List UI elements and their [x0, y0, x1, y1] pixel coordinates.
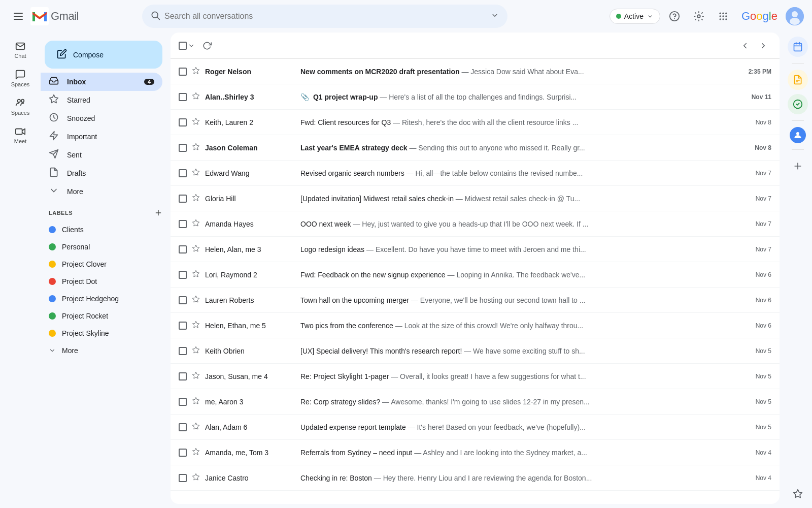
nav-mail-icon[interactable]: Chat	[14, 37, 26, 63]
calendar-button[interactable]	[788, 37, 808, 57]
email-star-icon[interactable]	[191, 244, 201, 255]
email-sender: Edward Wang	[205, 169, 296, 177]
apps-button[interactable]	[713, 6, 733, 26]
email-star-icon[interactable]	[191, 422, 201, 432]
table-row[interactable]: Jason, Susan, me 4 Re: Project Skylight …	[171, 364, 780, 389]
email-checkbox[interactable]	[179, 296, 187, 304]
email-star-icon[interactable]	[191, 448, 201, 458]
search-dropdown-icon[interactable]	[490, 11, 499, 22]
select-all-checkbox[interactable]	[179, 42, 195, 50]
drafts-label: Drafts	[67, 169, 154, 177]
sidebar-label-project-dot[interactable]: Project Dot	[41, 273, 162, 290]
email-star-icon[interactable]	[191, 194, 201, 204]
email-checkbox[interactable]	[179, 474, 187, 482]
user-avatar[interactable]	[786, 7, 804, 25]
menu-button[interactable]	[8, 6, 28, 26]
email-checkbox[interactable]	[179, 195, 187, 203]
table-row[interactable]: Gloria Hill [Updated invitation] Midwest…	[171, 186, 780, 211]
compose-button[interactable]: Compose	[45, 41, 162, 69]
select-dropdown-arrow[interactable]	[188, 42, 195, 49]
email-checkbox[interactable]	[179, 449, 187, 457]
email-checkbox[interactable]	[179, 347, 187, 355]
email-subject-snippet: Revised organic search numbers — Hi, all…	[300, 169, 737, 177]
table-row[interactable]: Amanda, me, Tom 3 Referrals from Sydney …	[171, 440, 780, 465]
sidebar-item-snoozed[interactable]: Snoozed	[41, 109, 162, 128]
add-label-icon[interactable]	[154, 209, 162, 217]
sidebar-label-project-hedgehog[interactable]: Project Hedgehog	[41, 290, 162, 307]
table-row[interactable]: Lauren Roberts Town hall on the upcoming…	[171, 288, 780, 313]
sidebar-item-important[interactable]: Important	[41, 128, 162, 146]
email-subject: Q1 project wrap-up	[313, 93, 378, 101]
sidebar-label-project-rocket[interactable]: Project Rocket	[41, 307, 162, 325]
table-row[interactable]: Helen, Alan, me 3 Logo redesign ideas — …	[171, 237, 780, 262]
sidebar-label-clients[interactable]: Clients	[41, 221, 162, 238]
sidebar-label-personal[interactable]: Personal	[41, 238, 162, 256]
help-button[interactable]	[664, 6, 685, 26]
email-checkbox[interactable]	[179, 322, 187, 330]
table-row[interactable]: Lori, Raymond 2 Fwd: Feedback on the new…	[171, 262, 780, 288]
table-row[interactable]: Roger Nelson New comments on MCR2020 dra…	[171, 59, 780, 84]
email-checkbox[interactable]	[179, 271, 187, 279]
email-star-icon[interactable]	[191, 92, 201, 102]
table-row[interactable]: me, Aaron 3 Re: Corp strategy slides? — …	[171, 389, 780, 415]
email-star-icon[interactable]	[191, 295, 201, 305]
email-star-icon[interactable]	[191, 270, 201, 280]
email-star-icon[interactable]	[191, 117, 201, 128]
sidebar-label-project-clover[interactable]: Project Clover	[41, 256, 162, 273]
sidebar-item-more[interactable]: More	[41, 182, 162, 201]
nav-meet-icon[interactable]: Meet	[14, 122, 26, 148]
sidebar-label-more-labels[interactable]: More	[41, 342, 162, 359]
select-checkbox[interactable]	[179, 42, 187, 50]
sidebar-item-sent[interactable]: Sent	[41, 146, 162, 164]
inbox-icon	[49, 76, 59, 88]
next-page-button[interactable]	[755, 38, 771, 54]
table-row[interactable]: Janice Castro Checking in re: Boston — H…	[171, 465, 780, 491]
sidebar-item-starred[interactable]: Starred	[41, 91, 162, 109]
email-star-icon[interactable]	[191, 473, 201, 483]
status-indicator	[616, 14, 621, 19]
email-checkbox[interactable]	[179, 423, 187, 431]
email-checkbox[interactable]	[179, 144, 187, 152]
email-star-icon[interactable]	[191, 346, 201, 356]
table-row[interactable]: Alan, Adam 6 Updated expense report temp…	[171, 415, 780, 440]
refresh-button[interactable]	[199, 38, 215, 54]
email-star-icon[interactable]	[191, 371, 201, 382]
tasks-button[interactable]	[788, 94, 808, 114]
email-checkbox[interactable]	[179, 68, 187, 76]
email-checkbox[interactable]	[179, 93, 187, 101]
nav-chat-icon[interactable]: Spaces	[11, 65, 30, 91]
notes-button[interactable]	[788, 70, 808, 90]
email-checkbox[interactable]	[179, 169, 187, 177]
email-star-icon[interactable]	[191, 397, 201, 407]
email-star-icon[interactable]	[191, 168, 201, 178]
email-checkbox[interactable]	[179, 220, 187, 228]
table-row[interactable]: Jason Coleman Last year's EMEA strategy …	[171, 135, 780, 161]
table-row[interactable]: Keith Obrien [UX] Special delivery! This…	[171, 338, 780, 364]
email-star-icon[interactable]	[191, 67, 201, 77]
table-row[interactable]: Helen, Ethan, me 5 Two pics from the con…	[171, 313, 780, 338]
search-input[interactable]	[164, 12, 486, 21]
table-row[interactable]: Alan..Shirley 3 📎 Q1 project wrap-up — H…	[171, 84, 780, 110]
email-snippet: — Look at the size of this crowd! We're …	[395, 322, 583, 330]
table-row[interactable]: Edward Wang Revised organic search numbe…	[171, 161, 780, 186]
star-widget[interactable]	[788, 484, 808, 504]
add-app-button[interactable]	[788, 156, 808, 176]
sidebar-item-inbox[interactable]: Inbox 4	[41, 73, 162, 91]
contacts-button[interactable]	[790, 127, 806, 143]
email-star-icon[interactable]	[191, 219, 201, 229]
table-row[interactable]: Amanda Hayes OOO next week — Hey, just w…	[171, 211, 780, 237]
sidebar-item-drafts[interactable]: Drafts	[41, 164, 162, 182]
settings-button[interactable]	[689, 6, 709, 26]
nav-spaces-icon[interactable]: Spaces	[11, 93, 30, 120]
email-checkbox[interactable]	[179, 372, 187, 380]
prev-page-button[interactable]	[737, 38, 753, 54]
email-checkbox[interactable]	[179, 398, 187, 406]
email-star-icon[interactable]	[191, 321, 201, 331]
status-button[interactable]: Active	[610, 9, 660, 24]
sidebar-label-project-skyline[interactable]: Project Skyline	[41, 325, 162, 342]
email-checkbox[interactable]	[179, 118, 187, 126]
email-star-icon[interactable]	[191, 143, 201, 153]
table-row[interactable]: Keith, Lauren 2 Fwd: Client resources fo…	[171, 110, 780, 135]
svg-point-19	[725, 18, 727, 20]
email-checkbox[interactable]	[179, 245, 187, 253]
